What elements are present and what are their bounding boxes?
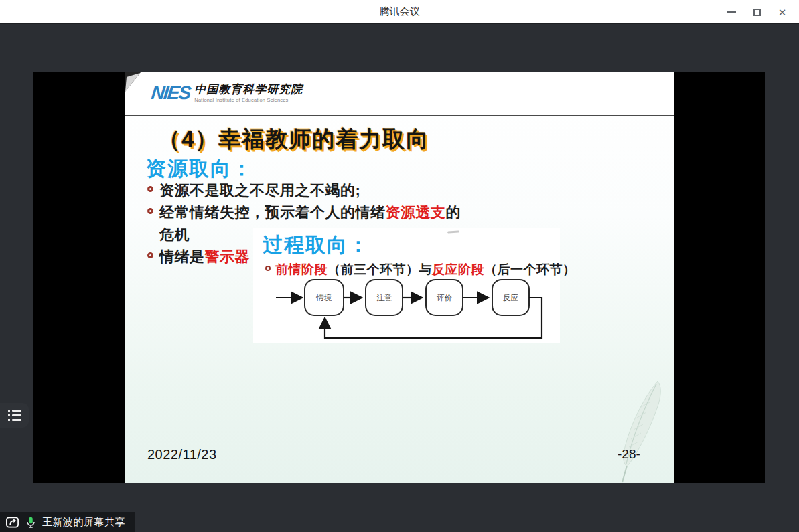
- bullet-text: 情绪是警示器: [159, 246, 250, 268]
- bullet-icon: [147, 208, 153, 214]
- nies-logo-chinese-name: 中国教育科学研究院: [194, 83, 303, 96]
- feather-decoration: [604, 377, 671, 483]
- screen-share-icon: [5, 515, 19, 529]
- bullet-icon: [265, 266, 271, 271]
- slide-date: 2022/11/23: [147, 447, 217, 462]
- emotion-process-diagram: 情境 注意 评价 反应: [267, 272, 555, 345]
- presentation-slide: NIES 中国教育科学研究院 National Institute of Edu…: [125, 72, 674, 483]
- diagram-node: 注意: [376, 294, 392, 302]
- slide-page-number: -28-: [618, 447, 640, 462]
- diagram-node: 情境: [316, 294, 332, 302]
- nies-logo: NIES 中国教育科学研究院 National Institute of Edu…: [151, 83, 303, 104]
- minimize-button[interactable]: [719, 0, 744, 24]
- list-icon: [8, 410, 21, 421]
- resource-orientation-heading: 资源取向：: [146, 155, 253, 183]
- minimize-icon: [727, 11, 736, 13]
- process-orientation-heading: 过程取向：: [263, 232, 370, 259]
- window-controls: ✕: [719, 0, 795, 24]
- bullet-text: 资源不是取之不尽用之不竭的;: [159, 179, 360, 201]
- maximize-icon: [753, 9, 761, 16]
- microphone-icon: [24, 515, 38, 529]
- list-item: 资源不是取之不尽用之不竭的;: [147, 179, 473, 201]
- maximize-button[interactable]: [744, 0, 770, 24]
- nies-logo-abbr: NIES: [150, 83, 191, 104]
- window-title: 腾讯会议: [380, 5, 420, 18]
- member-list-toggle-button[interactable]: [0, 403, 29, 428]
- meeting-content-area: NIES 中国教育科学研究院 National Institute of Edu…: [0, 24, 799, 532]
- screen-share-badge: 王新波的屏幕共享: [0, 512, 135, 532]
- bullet-icon: [147, 252, 153, 258]
- close-icon: ✕: [778, 7, 787, 17]
- close-button[interactable]: ✕: [770, 0, 795, 24]
- share-owner-label: 王新波的屏幕共享: [42, 516, 125, 529]
- window-titlebar: 腾讯会议 ✕: [0, 0, 799, 24]
- slide-header: NIES 中国教育科学研究院 National Institute of Edu…: [125, 72, 674, 116]
- bullet-icon: [147, 186, 153, 192]
- slide-title: （4）幸福教师的着力取向: [158, 124, 429, 155]
- nies-logo-english-name: National Institute of Education Sciences: [194, 97, 303, 103]
- page-fold-decoration: [125, 72, 149, 98]
- diagram-node: 评价: [437, 294, 453, 302]
- diagram-node: 反应: [503, 294, 518, 302]
